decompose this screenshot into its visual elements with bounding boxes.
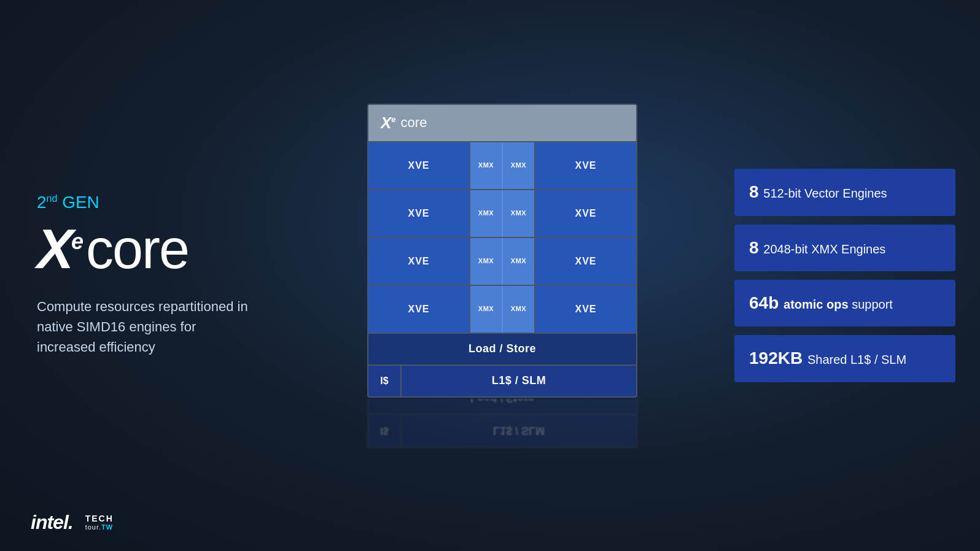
gen-text: GEN	[62, 193, 99, 212]
spec-number-4: 192KB	[749, 349, 807, 368]
xmx-right-3: XMX	[502, 238, 535, 285]
description-text: Compute resources repartitioned in nativ…	[37, 296, 258, 357]
left-panel: 2nd GEN Xe core Compute resources repart…	[0, 157, 282, 393]
cache-row: I$ L1$ / SLM	[368, 364, 636, 396]
xe-mark: Xe	[37, 222, 81, 277]
xmx-right-2: XMX	[502, 190, 535, 237]
diagram-reflection: I$ L1$ / SLM Load / Store	[367, 399, 637, 448]
gen-label: 2nd GEN	[37, 194, 258, 211]
xmx-right-1: XMX	[502, 142, 535, 189]
xve-row: XVE XMX XMX XVE	[368, 237, 636, 285]
diagram-header-xe: Xe	[381, 114, 396, 133]
center-panel: Xe core XVE XMX XMX XVE XVE XMX XMX XVE	[282, 91, 722, 460]
spec-card-atomic: 64b atomic ops support	[734, 280, 955, 326]
spec-card-vector: 8 512-bit Vector Engines	[734, 169, 955, 215]
xve-row: XVE XMX XMX XVE	[368, 285, 636, 333]
spec-card-cache: 192KB Shared L1$ / SLM	[734, 335, 955, 382]
xve-row: XVE XMX XMX XVE	[368, 189, 636, 237]
spec-detail-3: support	[849, 298, 893, 311]
spec-bold-3: atomic ops	[784, 298, 849, 311]
spec-number-1: 8	[749, 182, 763, 201]
icache-cell: I$	[368, 366, 402, 396]
xve-rows: XVE XMX XMX XVE XVE XMX XMX XVE XVE XMX …	[368, 141, 636, 333]
xe-core-logo: Xe core	[37, 222, 258, 277]
xve-row: XVE XMX XMX XVE	[368, 141, 636, 189]
xmx-left-4: XMX	[469, 286, 502, 333]
xve-right-4: XVE	[535, 286, 636, 333]
xve-right-3: XVE	[535, 238, 636, 285]
xmx-left-2: XMX	[469, 190, 502, 237]
xmx-right-4: XMX	[502, 286, 535, 333]
xve-left-1: XVE	[368, 142, 469, 189]
spec-detail-1: 512-bit Vector Engines	[763, 187, 887, 200]
gen-suffix: nd	[47, 193, 58, 204]
xve-left-4: XVE	[368, 286, 469, 333]
xe-core-diagram: Xe core XVE XMX XMX XVE XVE XMX XMX XVE	[367, 104, 637, 398]
spec-detail-2: 2048-bit XMX Engines	[763, 242, 885, 256]
spec-detail-4: Shared L1$ / SLM	[807, 353, 906, 366]
xve-right-1: XVE	[535, 142, 636, 189]
right-panel: 8 512-bit Vector Engines 8 2048-bit XMX …	[722, 144, 980, 407]
spec-number-2: 8	[749, 238, 763, 257]
diagram-header: Xe core	[368, 105, 636, 141]
diagram-header-core: core	[401, 115, 427, 131]
core-text: core	[86, 222, 189, 277]
xve-right-2: XVE	[535, 190, 636, 237]
xmx-left-1: XMX	[469, 142, 502, 189]
xve-left-3: XVE	[368, 238, 469, 285]
gen-number: 2	[37, 193, 47, 212]
spec-number-3: 64b	[749, 293, 784, 312]
spec-card-xmx: 8 2048-bit XMX Engines	[734, 225, 955, 271]
l1-cell: L1$ / SLM	[402, 366, 636, 396]
xmx-left-3: XMX	[469, 238, 502, 285]
xe-super: e	[71, 229, 81, 254]
load-store-row: Load / Store	[368, 333, 636, 364]
xve-left-2: XVE	[368, 190, 469, 237]
